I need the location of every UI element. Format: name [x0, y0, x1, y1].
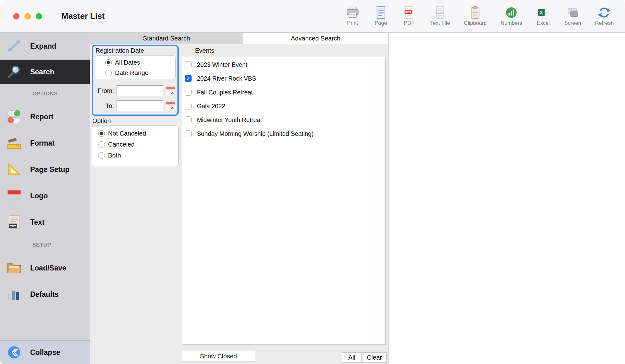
event-checkbox[interactable] [185, 130, 192, 137]
event-row[interactable]: Gala 2022 [182, 99, 376, 113]
sidebar-item-text[interactable]: TXT Text [0, 209, 90, 235]
sidebar-item-load-save[interactable]: Load/Save [0, 255, 90, 281]
event-row[interactable]: Fall Couples Retreat [182, 85, 376, 99]
sidebar-item-logo[interactable]: Logo [0, 183, 90, 209]
canceled-radio[interactable] [98, 141, 105, 148]
sidebar-report-label: Report [30, 113, 53, 121]
event-row[interactable]: 2024 River Rock VBS [182, 72, 376, 85]
sidebar-item-page-setup[interactable]: Page Setup [0, 156, 90, 183]
from-label: From: [95, 87, 114, 94]
event-row[interactable]: 2023 Winter Event [182, 58, 376, 72]
sidebar-expand-label: Expand [30, 42, 56, 51]
event-checkbox[interactable] [185, 75, 192, 82]
traffic-lights [13, 13, 42, 19]
events-list: 2023 Winter Event 2024 River Rock VBS Fa… [182, 57, 376, 344]
to-label: To: [95, 102, 114, 110]
page-icon [374, 6, 388, 19]
radio-date-range[interactable]: Date Range [105, 68, 175, 78]
event-checkbox[interactable] [185, 116, 192, 123]
registration-date-title: Registration Date [95, 47, 176, 54]
select-all-button[interactable]: All [342, 352, 361, 363]
calendar-icon [165, 86, 176, 95]
minimize-button[interactable] [24, 13, 31, 19]
text-document-icon: TXT [6, 215, 23, 229]
toolbar-text-file-label: Text File [430, 20, 450, 26]
from-date-row: From: [95, 83, 176, 98]
toolbar-excel-button[interactable]: X Excel [536, 6, 551, 26]
sidebar-logo-label: Logo [30, 192, 48, 200]
excel-icon: X [536, 6, 551, 19]
toolbar-screen-button[interactable]: Screen [564, 6, 581, 26]
toolbar-print-label: Print [347, 20, 358, 26]
sidebar-options-header: OPTIONS [0, 84, 90, 104]
event-row[interactable]: Midwinter Youth Retreat [182, 113, 376, 127]
canceled-label: Canceled [108, 141, 135, 148]
tab-advanced-search[interactable]: Advanced Search [243, 33, 389, 44]
title-bar: Master List Print Page PDF PDF [0, 0, 625, 33]
toolbar-clipboard-button[interactable]: Clipboard [464, 6, 487, 26]
sidebar-item-collapse[interactable]: Collapse [0, 340, 90, 364]
event-label: Fall Couples Retreat [197, 89, 253, 96]
clear-selection-button[interactable]: Clear [362, 352, 387, 363]
toolbar-pdf-button[interactable]: PDF PDF [402, 6, 416, 26]
event-row[interactable]: Sunday Morning Worship (Limited Seating) [182, 127, 376, 141]
from-calendar-button[interactable] [165, 86, 176, 95]
date-range-label: Date Range [115, 69, 149, 77]
sidebar-item-report[interactable]: Report [0, 104, 90, 130]
advanced-search-panel: Registration Date All Dates Date Range F… [90, 44, 389, 364]
svg-text:TXT: TXT [10, 224, 16, 228]
event-checkbox[interactable] [185, 103, 192, 110]
not-canceled-label: Not Canceled [108, 130, 146, 137]
event-label: 2024 River Rock VBS [197, 75, 256, 82]
toolbar-numbers-label: Numbers [501, 20, 522, 26]
zoom-button[interactable] [36, 13, 42, 19]
events-scrollbar-track[interactable] [376, 57, 385, 344]
defaults-buildings-icon [6, 287, 23, 302]
registration-date-group: Registration Date All Dates Date Range F… [92, 45, 179, 116]
pdf-icon: PDF [402, 6, 416, 19]
toolbar-text-file-button[interactable]: TXT Text File [430, 6, 450, 26]
radio-canceled[interactable]: Canceled [98, 140, 178, 149]
search-icon [6, 65, 23, 79]
toolbar-numbers-button[interactable]: Numbers [501, 6, 522, 26]
clipboard-icon [468, 6, 482, 19]
sidebar-item-search[interactable]: Search [0, 60, 90, 84]
sidebar-page-setup-label: Page Setup [30, 165, 69, 174]
sidebar-text-label: Text [30, 218, 45, 227]
sidebar-item-format[interactable]: Format [0, 130, 90, 156]
event-checkbox[interactable] [185, 89, 192, 96]
sidebar-item-defaults[interactable]: Defaults [0, 281, 90, 308]
sidebar: Expand Search OPTIONS Report Format [0, 33, 90, 364]
screen-icon [566, 6, 580, 19]
sidebar-format-label: Format [30, 139, 55, 147]
sidebar-collapse-label: Collapse [30, 348, 60, 357]
printer-icon [345, 6, 360, 19]
toolbar-print-button[interactable]: Print [345, 6, 360, 26]
all-dates-label: All Dates [115, 59, 140, 66]
toolbar-refresh-button[interactable]: Refresh [595, 6, 614, 26]
close-button[interactable] [13, 13, 19, 19]
event-checkbox[interactable] [185, 61, 192, 68]
expand-icon [6, 39, 23, 53]
toolbar-page-label: Page [375, 20, 387, 26]
folder-icon [6, 261, 23, 275]
date-range-radio[interactable] [105, 70, 112, 76]
radio-not-canceled[interactable]: Not Canceled [98, 129, 178, 138]
toolbar-page-button[interactable]: Page [374, 6, 388, 26]
show-closed-button[interactable]: Show Closed [182, 351, 255, 361]
both-radio[interactable] [98, 152, 105, 159]
radio-all-dates[interactable]: All Dates [105, 58, 175, 67]
not-canceled-radio[interactable] [98, 130, 105, 137]
calendar-icon [165, 101, 176, 110]
to-date-input[interactable] [117, 100, 163, 111]
to-calendar-button[interactable] [165, 101, 176, 110]
sidebar-item-expand[interactable]: Expand [0, 33, 90, 60]
date-range-fields: From: To: [95, 83, 176, 113]
events-title: Events [195, 47, 214, 54]
page-setup-triangle-icon [6, 162, 23, 177]
report-toggles-icon [6, 110, 23, 124]
all-dates-radio[interactable] [105, 59, 112, 66]
tab-standard-search[interactable]: Standard Search [90, 33, 243, 44]
radio-both[interactable]: Both [98, 151, 178, 160]
from-date-input[interactable] [117, 85, 163, 96]
